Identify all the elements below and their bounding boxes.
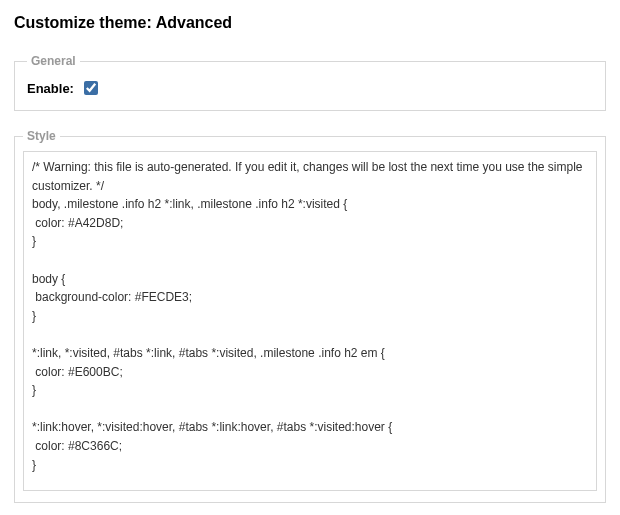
enable-checkbox[interactable] xyxy=(84,81,98,95)
general-fieldset: General Enable: xyxy=(14,54,606,111)
style-textarea[interactable] xyxy=(23,151,597,491)
page-title: Customize theme: Advanced xyxy=(14,14,606,32)
enable-row: Enable: xyxy=(27,78,593,98)
enable-label: Enable: xyxy=(27,81,74,96)
style-fieldset: Style xyxy=(14,129,606,503)
general-legend: General xyxy=(27,54,80,68)
style-legend: Style xyxy=(23,129,60,143)
